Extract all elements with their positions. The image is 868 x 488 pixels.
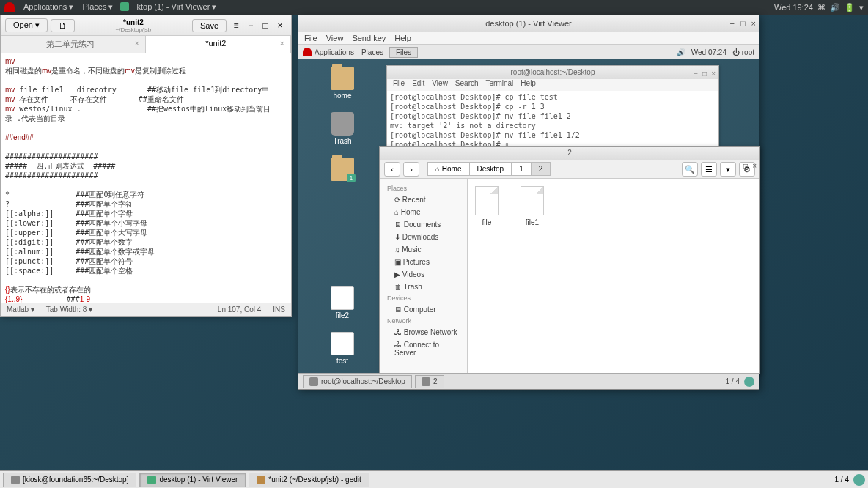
terminal-close-icon[interactable]: ×: [711, 67, 716, 81]
path-2[interactable]: 2: [531, 162, 551, 176]
gedit-tabbar: 第二单元练习× *unit2×: [1, 36, 291, 53]
gedit-maximize-button[interactable]: □: [259, 21, 272, 31]
files-close-icon[interactable]: ×: [752, 160, 757, 173]
gedit-statusbar: Matlab ▾ Tab Width: 8 ▾ Ln 107, Col 4 IN…: [1, 303, 291, 316]
files-dropdown-button[interactable]: ▾: [720, 162, 736, 177]
sidebar-documents[interactable]: 🗎 Documents: [380, 218, 467, 231]
sidebar-connect-server[interactable]: 🖧 Connect to Server: [380, 339, 467, 359]
host-taskbar-gedit[interactable]: *unit2 (~/Desktop/jsb) - gedit: [249, 473, 369, 487]
file-item-file1[interactable]: file1: [521, 186, 544, 226]
host-taskbar-virt-viewer[interactable]: desktop (1) - Virt Viewer: [139, 473, 246, 487]
gedit-window: Open ▾ 🗋 *unit2 ~/Desktop/jsb Save ≡ − □…: [0, 15, 292, 317]
gedit-tab-2[interactable]: *unit2×: [146, 36, 291, 53]
gedit-subtitle: ~/Desktop/jsb: [78, 26, 189, 33]
host-clock[interactable]: Wed 19:24: [774, 3, 813, 12]
files-list-view-button[interactable]: ☰: [701, 162, 717, 177]
files-search-button[interactable]: 🔍: [682, 162, 698, 177]
files-forward-button[interactable]: ›: [403, 162, 419, 177]
guest-apps-menu[interactable]: Applications: [315, 48, 354, 56]
virt-titlebar[interactable]: desktop (1) - Virt Viewer − □ ×: [298, 15, 759, 32]
sidebar-recent[interactable]: ⟳ Recent: [380, 193, 467, 206]
term-menu-edit[interactable]: Edit: [412, 79, 424, 91]
sidebar-browse-network[interactable]: 🖧 Browse Network: [380, 326, 467, 339]
virt-menu-help[interactable]: Help: [394, 34, 411, 42]
virt-menu-sendkey[interactable]: Send key: [352, 34, 386, 42]
files-titlebar[interactable]: 2 −□×: [380, 147, 760, 160]
gedit-tab-1[interactable]: 第二单元练习×: [1, 36, 146, 53]
terminal-min-icon[interactable]: −: [694, 67, 698, 81]
file-item-file[interactable]: file: [475, 186, 499, 226]
guest-workspace-indicator[interactable]: 1 / 4: [726, 377, 740, 385]
host-notification-icon[interactable]: [853, 474, 865, 486]
guest-network-icon[interactable]: 🔊: [677, 48, 685, 56]
sidebar-home[interactable]: ⌂ Home: [380, 206, 467, 218]
files-content[interactable]: file file1: [468, 179, 760, 374]
guest-notification-icon[interactable]: [744, 377, 754, 387]
power-icon[interactable]: ▾: [859, 3, 864, 12]
gedit-new-button[interactable]: 🗋: [51, 19, 75, 32]
host-workspace-indicator[interactable]: 1 / 4: [835, 476, 849, 484]
sidebar-downloads[interactable]: ⬇ Downloads: [380, 231, 467, 243]
sidebar-computer[interactable]: 🖥 Computer: [380, 303, 467, 316]
gedit-tabwidth[interactable]: Tab Width: 8 ▾: [46, 306, 92, 314]
term-menu-help[interactable]: Help: [521, 79, 536, 91]
terminal-titlebar[interactable]: root@localhost:~/Desktop −□×: [387, 66, 718, 79]
sidebar-videos[interactable]: ▶ Videos: [380, 268, 467, 281]
host-places-menu[interactable]: Places ▾: [79, 2, 116, 12]
gedit-headerbar: Open ▾ 🗋 *unit2 ~/Desktop/jsb Save ≡ − □…: [1, 15, 291, 36]
terminal-title-text: root@localhost:~/Desktop: [511, 68, 595, 76]
gedit-language[interactable]: Matlab ▾: [7, 306, 34, 314]
virt-menu-file[interactable]: File: [304, 34, 317, 42]
term-menu-search[interactable]: Search: [455, 79, 479, 91]
guest-taskbar-files[interactable]: 2: [415, 375, 444, 388]
guest-files-tab[interactable]: Files: [389, 47, 418, 58]
term-menu-file[interactable]: File: [393, 79, 405, 91]
virt-close-button[interactable]: ×: [751, 19, 756, 28]
battery-icon[interactable]: 🔋: [845, 3, 855, 12]
term-menu-terminal[interactable]: Terminal: [486, 79, 514, 91]
terminal-menubar: File Edit View Search Terminal Help: [387, 79, 718, 91]
desktop-icon-home[interactable]: home: [324, 67, 361, 100]
accessibility-icon[interactable]: ⌘: [817, 3, 825, 12]
desktop-icon-test[interactable]: test: [324, 332, 361, 365]
guest-user-menu[interactable]: ⏻ root: [732, 48, 754, 56]
volume-icon[interactable]: 🔊: [830, 3, 840, 12]
gedit-close-button[interactable]: ×: [273, 21, 287, 31]
files-toolbar: ‹ › ⌂ Home Desktop 1 2 🔍 ☰ ▾ ⚙: [380, 160, 760, 179]
host-taskbar-kiosk-terminal[interactable]: [kiosk@foundation65:~/Desktop]: [3, 473, 136, 487]
gedit-menu-button[interactable]: ≡: [229, 21, 243, 31]
path-home[interactable]: ⌂ Home: [427, 162, 470, 176]
files-back-button[interactable]: ‹: [384, 162, 400, 177]
files-min-icon[interactable]: −: [735, 160, 739, 173]
host-apps-menu[interactable]: Applications ▾: [21, 2, 76, 12]
path-desktop[interactable]: Desktop: [469, 162, 512, 176]
sidebar-network-header: Network: [380, 316, 467, 326]
sidebar-pictures[interactable]: ▣ Pictures: [380, 256, 467, 268]
desktop-icon-trash[interactable]: Trash: [324, 112, 361, 145]
distro-logo-icon: [4, 2, 15, 12]
guest-taskbar-terminal[interactable]: root@localhost:~/Desktop: [303, 375, 412, 388]
virt-maximize-button[interactable]: □: [740, 19, 746, 28]
sidebar-places-header: Places: [380, 183, 467, 193]
files-title-text: 2: [567, 149, 572, 157]
gedit-editor[interactable]: mv 相同磁盘的mv是重命名，不同磁盘的mv是复制删除过程 mv file fi…: [1, 53, 291, 303]
virt-menu-view[interactable]: View: [326, 34, 344, 42]
desktop-icon-file2[interactable]: file2: [324, 286, 361, 319]
terminal-output[interactable]: [root@localhost Desktop]# cp file test […: [387, 91, 718, 151]
guest-desktop[interactable]: Applications Places Files 🔊 Wed 07:24 ⏻ …: [298, 45, 759, 389]
gedit-open-button[interactable]: Open ▾: [5, 18, 48, 32]
terminal-max-icon[interactable]: □: [702, 67, 707, 81]
host-window-menu[interactable]: ktop (1) - Virt Viewer ▾: [133, 2, 219, 12]
path-1[interactable]: 1: [511, 162, 532, 176]
gedit-save-button[interactable]: Save: [192, 19, 227, 32]
gedit-minimize-button[interactable]: −: [244, 21, 257, 31]
sidebar-music[interactable]: ♫ Music: [380, 243, 467, 256]
guest-places-menu[interactable]: Places: [361, 48, 383, 56]
term-menu-view[interactable]: View: [432, 79, 448, 91]
files-max-icon[interactable]: □: [743, 160, 748, 173]
desktop-icon-folder-1[interactable]: 1: [324, 158, 361, 182]
virt-minimize-button[interactable]: −: [729, 19, 734, 28]
files-window: 2 −□× ‹ › ⌂ Home Desktop 1 2 🔍 ☰ ▾ ⚙: [379, 146, 760, 374]
guest-clock[interactable]: Wed 07:24: [691, 48, 727, 56]
sidebar-trash[interactable]: 🗑 Trash: [380, 281, 467, 293]
